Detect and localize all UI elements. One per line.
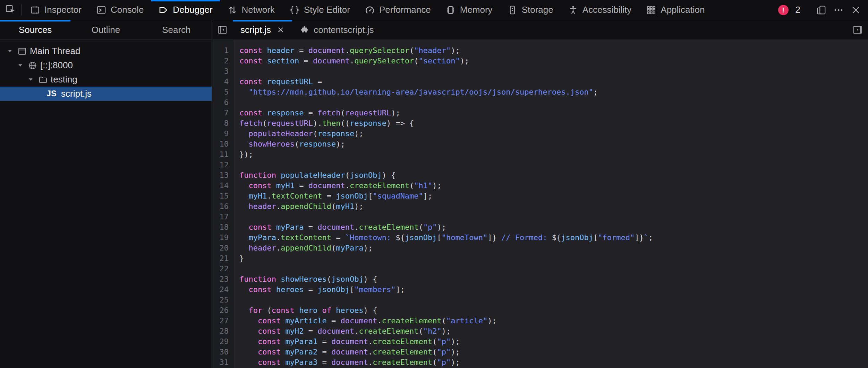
code-line[interactable]: 11}); bbox=[212, 149, 868, 160]
code-line[interactable]: 1const header = document.querySelector("… bbox=[212, 45, 868, 56]
source-tab-contentscript-js[interactable]: contentscript.js bbox=[292, 20, 381, 40]
js-file-badge: JS bbox=[46, 89, 60, 98]
line-number: 10 bbox=[212, 139, 234, 149]
code-line[interactable]: 16 header.appendChild(myH1); bbox=[212, 201, 868, 212]
code-line-text: const myPara3 = document.createElement("… bbox=[234, 357, 460, 368]
code-line-text: showHeroes(response); bbox=[234, 139, 345, 149]
code-line-text: myPara.textContent = `Hometown: ${jsonOb… bbox=[234, 233, 653, 243]
code-line[interactable]: 24 const heroes = jsonObj["members"]; bbox=[212, 284, 868, 295]
toolbar-tab-performance[interactable]: Performance bbox=[357, 0, 438, 20]
sidebar-tab-outline[interactable]: Outline bbox=[70, 20, 141, 40]
pick-icon bbox=[5, 4, 16, 16]
code-line[interactable]: 19 myPara.textContent = `Hometown: ${jso… bbox=[212, 233, 868, 243]
code-line[interactable]: 27 const myArticle = document.createElem… bbox=[212, 316, 868, 326]
code-line[interactable]: 9 populateHeader(response); bbox=[212, 129, 868, 139]
code-line[interactable]: 12 bbox=[212, 160, 868, 170]
close-devtools-button[interactable] bbox=[851, 5, 861, 15]
storage-icon bbox=[507, 5, 518, 15]
line-number: 17 bbox=[212, 212, 234, 222]
toolbar-tab-label: Inspector bbox=[44, 5, 82, 15]
toolbar-tab-memory[interactable]: Memory bbox=[438, 0, 500, 20]
toolbar-tab-label: Console bbox=[111, 5, 144, 15]
sidebar-tab-search[interactable]: Search bbox=[141, 20, 212, 40]
code-line-text: fetch(requestURL).then((response) => { bbox=[234, 118, 414, 129]
code-line[interactable]: 28 const myH2 = document.createElement("… bbox=[212, 326, 868, 336]
toolbar-tab-label: Style Editor bbox=[304, 5, 350, 15]
devtools-window: InspectorConsoleDebuggerNetworkStyle Edi… bbox=[0, 0, 868, 368]
code-line[interactable]: 4const requestURL = bbox=[212, 77, 868, 87]
source-tab-script-js[interactable]: script.js bbox=[233, 20, 292, 40]
sidebar-tab-sources[interactable]: Sources bbox=[0, 20, 70, 40]
code-line-text: const myPara = document.createElement("p… bbox=[234, 222, 446, 233]
sources-sidebar: SourcesOutlineSearch Main Thread[::]:800… bbox=[0, 20, 212, 368]
collapse-sources-pane-button[interactable] bbox=[212, 20, 233, 40]
close-tab-icon[interactable] bbox=[277, 26, 284, 34]
pick-element-button[interactable] bbox=[0, 0, 21, 20]
line-number: 18 bbox=[212, 222, 234, 233]
toolbar-tab-inspector[interactable]: Inspector bbox=[23, 0, 89, 20]
sidebar-tab-label: Sources bbox=[19, 25, 52, 35]
code-line[interactable]: 3 bbox=[212, 66, 868, 77]
code-line-text: const myH2 = document.createElement("h2"… bbox=[234, 326, 451, 336]
code-line[interactable]: 26 for (const hero of heroes) { bbox=[212, 305, 868, 316]
code-line[interactable]: 29 const myPara1 = document.createElemen… bbox=[212, 336, 868, 347]
responsive-design-mode-button[interactable] bbox=[816, 5, 826, 15]
line-number: 21 bbox=[212, 253, 234, 264]
code-line[interactable]: 10 showHeroes(response); bbox=[212, 139, 868, 149]
code-line[interactable]: 31 const myPara3 = document.createElemen… bbox=[212, 357, 868, 368]
code-line[interactable]: 8fetch(requestURL).then((response) => { bbox=[212, 118, 868, 129]
style-editor-icon bbox=[289, 5, 300, 15]
toolbar-tab-style-editor[interactable]: Style Editor bbox=[282, 0, 357, 20]
code-line[interactable]: 25 bbox=[212, 295, 868, 305]
tree-item-file-script-js[interactable]: JSscript.js bbox=[0, 87, 212, 101]
line-number: 30 bbox=[212, 347, 234, 357]
toolbar-tab-debugger[interactable]: Debugger bbox=[151, 0, 220, 20]
code-line[interactable]: 18 const myPara = document.createElement… bbox=[212, 222, 868, 233]
code-line-text: const myPara2 = document.createElement("… bbox=[234, 347, 460, 357]
toolbar-tab-network[interactable]: Network bbox=[220, 0, 282, 20]
code-line[interactable]: 21} bbox=[212, 253, 868, 264]
error-badge[interactable]: ! bbox=[778, 5, 789, 15]
line-number: 5 bbox=[212, 87, 234, 97]
error-badge-symbol: ! bbox=[782, 6, 784, 14]
expander-triangle-icon[interactable] bbox=[15, 62, 26, 68]
code-line[interactable]: 17 bbox=[212, 212, 868, 222]
code-line-text bbox=[234, 212, 239, 222]
window-icon bbox=[15, 46, 29, 56]
code-line-text bbox=[234, 264, 239, 274]
code-line[interactable]: 5 "https://mdn.github.io/learning-area/j… bbox=[212, 87, 868, 97]
toolbar-tab-console[interactable]: Console bbox=[89, 0, 151, 20]
code-line[interactable]: 15 myH1.textContent = jsonObj["squadName… bbox=[212, 191, 868, 201]
tree-item-folder-testing[interactable]: testing bbox=[0, 72, 212, 87]
expander-triangle-icon[interactable] bbox=[4, 48, 15, 54]
code-line[interactable]: 23function showHeroes(jsonObj) { bbox=[212, 274, 868, 284]
tree-item-host-8000[interactable]: [::]:8000 bbox=[0, 58, 212, 72]
toolbar-tab-accessibility[interactable]: Accessibility bbox=[561, 0, 639, 20]
expand-panes-button[interactable] bbox=[847, 20, 868, 40]
code-lines: 1const header = document.querySelector("… bbox=[212, 45, 868, 368]
toolbar-tab-storage[interactable]: Storage bbox=[500, 0, 561, 20]
code-editor[interactable]: 1const header = document.querySelector("… bbox=[212, 40, 868, 368]
code-line[interactable]: 14 const myH1 = document.createElement("… bbox=[212, 181, 868, 191]
folder-icon bbox=[36, 75, 50, 85]
code-line[interactable]: 30 const myPara2 = document.createElemen… bbox=[212, 347, 868, 357]
code-line-text: myH1.textContent = jsonObj["squadName"]; bbox=[234, 191, 432, 201]
performance-icon bbox=[365, 5, 375, 15]
line-number: 25 bbox=[212, 295, 234, 305]
code-line[interactable]: 22 bbox=[212, 264, 868, 274]
toolbar-tab-label: Storage bbox=[522, 5, 553, 15]
line-number: 31 bbox=[212, 357, 234, 368]
source-tabs: script.jscontentscript.js bbox=[233, 20, 382, 40]
code-line[interactable]: 13function populateHeader(jsonObj) { bbox=[212, 170, 868, 181]
line-number: 7 bbox=[212, 108, 234, 118]
code-line[interactable]: 6 bbox=[212, 97, 868, 108]
devtools-menu-button[interactable] bbox=[833, 5, 844, 15]
code-line[interactable]: 2const section = document.querySelector(… bbox=[212, 56, 868, 66]
toolbar-tab-application[interactable]: Application bbox=[639, 0, 712, 20]
line-number: 24 bbox=[212, 284, 234, 295]
expander-triangle-icon[interactable] bbox=[25, 77, 36, 82]
code-line[interactable]: 7const response = fetch(requestURL); bbox=[212, 108, 868, 118]
tree-item-main-thread[interactable]: Main Thread bbox=[0, 44, 212, 58]
code-line[interactable]: 20 header.appendChild(myPara); bbox=[212, 243, 868, 253]
toolbar-tab-label: Debugger bbox=[173, 5, 212, 15]
